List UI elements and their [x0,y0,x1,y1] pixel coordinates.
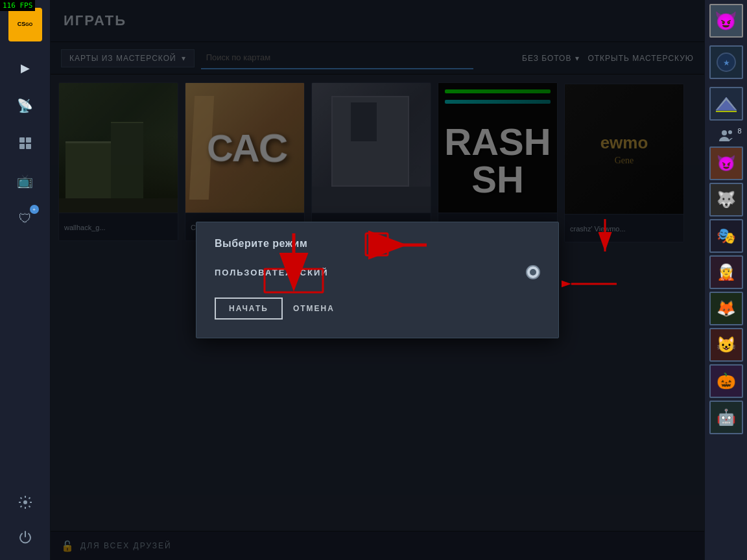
start-button[interactable]: НАЧАТЬ [215,298,283,320]
user-avatar-badge[interactable]: ★ [709,45,743,79]
svg-rect-0 [19,137,25,143]
svg-rect-2 [19,144,25,149]
friends-badge-count: 8 [737,127,741,135]
friend-avatar-2[interactable]: 🐺 [709,183,743,216]
modal-mode-row: ПОЛЬЗОВАТЕЛЬСКИЙ [215,265,540,279]
fps-counter: 116 FPS [0,0,35,11]
svg-rect-3 [26,144,31,149]
sidebar: CSGO ▶ 📡 📺 🛡 + [0,0,51,560]
friend-avatar-1[interactable]: 😈 [709,146,743,180]
modal-actions: НАЧАТЬ ОТМЕНА [215,298,540,320]
mode-select-modal: Выберите режим ПОЛЬЗОВАТЕЛЬСКИЙ НАЧАТЬ О… [196,222,559,338]
mode-label: ПОЛЬЗОВАТЕЛЬСКИЙ [215,268,329,277]
prime-badge: + [30,205,39,214]
svg-point-10 [722,130,727,135]
cancel-button[interactable]: ОТМЕНА [293,304,335,313]
radio-inner [530,269,536,275]
annotation-arrow-down [586,216,637,261]
sidebar-item-watch[interactable]: 📺 [9,165,42,197]
svg-point-4 [23,500,27,504]
friend-avatar-5[interactable]: 🦊 [709,292,743,325]
power-button[interactable] [9,521,42,554]
modal-title: Выберите режим [215,238,540,250]
sidebar-item-inventory[interactable] [9,127,42,159]
friends-count[interactable]: 8 [709,128,743,143]
annotation-arrow-radio [562,268,620,300]
friend-avatar-6[interactable]: 😺 [709,328,743,362]
friend-avatar-3[interactable]: 🎭 [709,219,743,253]
sidebar-item-broadcast[interactable]: 📡 [9,89,42,122]
friend-avatar-8[interactable]: 🤖 [709,401,743,434]
sidebar-item-prime[interactable]: 🛡 + [9,202,42,235]
modal-overlay: Выберите режим ПОЛЬЗОВАТЕЛЬСКИЙ НАЧАТЬ О… [51,0,704,560]
friend-avatar-4[interactable]: 🧝 [709,255,743,289]
mode-radio-button[interactable] [526,265,540,279]
csgo-logo[interactable]: CSGO [6,5,45,44]
svg-rect-1 [26,137,31,143]
right-sidebar: 😈 ★ 8 😈 🐺 🎭 🧝 🦊 [704,0,747,560]
svg-text:★: ★ [722,58,729,67]
svg-point-11 [728,130,732,134]
sidebar-item-settings[interactable] [9,486,42,519]
user-avatar-main[interactable]: 😈 [709,4,743,38]
friend-avatar-7[interactable]: 🎃 [709,364,743,398]
user-avatar-rank[interactable] [709,87,743,121]
sidebar-item-play[interactable]: ▶ [9,52,42,84]
